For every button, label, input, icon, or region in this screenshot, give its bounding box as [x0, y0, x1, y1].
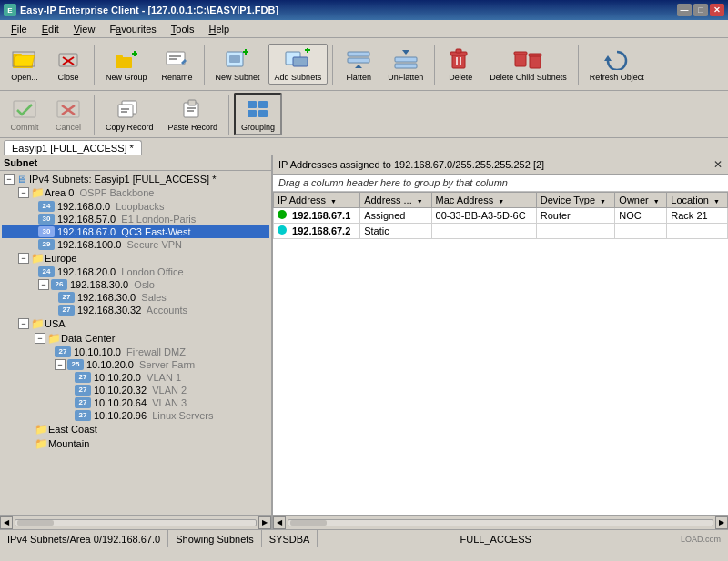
tree-s25-20[interactable]: − 25 10.10.20.0 Server Farm — [2, 358, 269, 371]
tree-s30-57[interactable]: 30 192.168.57.0 E1 London-Paris — [2, 213, 269, 225]
commit-button[interactable]: Commit — [4, 94, 46, 135]
delete-child-subnets-button[interactable]: Delete Child Subnets — [483, 44, 573, 85]
s27-30-32-label: 192.168.30.32 Accounts — [77, 305, 187, 316]
table-row[interactable]: 192.168.67.2 Static — [274, 224, 728, 239]
cell-location-2 — [667, 224, 728, 239]
tree-s27-20-32[interactable]: 27 10.10.20.32 VLAN 2 — [2, 384, 269, 396]
refresh-object-button[interactable]: Refresh Object — [583, 44, 651, 85]
badge-24-168: 24 — [38, 201, 55, 212]
menu-help[interactable]: Help — [201, 22, 237, 36]
content-scroll-track[interactable] — [288, 519, 713, 526]
tree-s27-30-32[interactable]: 27 192.168.30.32 Accounts — [2, 304, 269, 316]
maximize-button[interactable]: □ — [693, 4, 708, 16]
svg-rect-22 — [348, 58, 369, 63]
cell-ip-2: 192.168.67.2 — [274, 224, 360, 239]
paste-record-icon — [178, 96, 207, 122]
tree-mountain[interactable]: 📁 Mountain — [2, 436, 269, 451]
tree-s27-20-64[interactable]: 27 10.10.20.64 VLAN 3 — [2, 396, 269, 409]
ip-table-container: IP Address ▼ Address ... ▼ Mac Address ▼… — [273, 192, 728, 515]
add-subnets-icon — [283, 46, 312, 72]
tree-s27-10-10[interactable]: 27 10.10.10.0 Firewall DMZ — [2, 346, 269, 358]
delete-button[interactable]: Delete — [440, 44, 481, 85]
new-group-icon — [112, 46, 141, 72]
grouping-button[interactable]: Grouping — [234, 93, 282, 135]
refresh-icon — [602, 46, 632, 72]
paste-record-label: Paste Record — [168, 123, 218, 132]
scroll-left-btn[interactable]: ◀ — [0, 516, 13, 529]
sep1 — [94, 45, 95, 85]
menu-edit[interactable]: Edit — [35, 22, 66, 36]
content-hscroll[interactable]: ◀ ▶ — [273, 515, 728, 529]
tree-s27-20-96[interactable]: 27 10.10.20.96 Linux Servers — [2, 409, 269, 422]
cell-mac-2 — [431, 224, 536, 239]
flatten-button[interactable]: Flatten — [338, 44, 379, 85]
col-mac-address[interactable]: Mac Address ▼ — [431, 193, 536, 208]
s27-10-10-label: 10.10.10.0 Firewall DMZ — [74, 346, 186, 357]
new-subnet-button[interactable]: New Subnet — [209, 44, 267, 85]
tree-area0[interactable]: − 📁 Area 0 OSPF Backbone — [2, 185, 269, 200]
tree-s29-100[interactable]: 29 192.168.100.0 Secure VPN — [2, 238, 269, 251]
copy-record-button[interactable]: Copy Record — [99, 94, 160, 135]
tree-s30-67[interactable]: 30 192.168.67.0 QC3 East-West — [2, 225, 269, 238]
s25-20-toggle[interactable]: − — [55, 359, 66, 370]
root-toggle[interactable]: − — [4, 174, 15, 185]
sidebar-hscroll[interactable]: ◀ ▶ — [0, 515, 271, 529]
cell-addr-1: Assigned — [360, 208, 431, 224]
new-group-button[interactable]: New Group — [99, 44, 154, 85]
menu-view[interactable]: View — [66, 22, 103, 36]
content-close-btn[interactable]: ✕ — [713, 158, 723, 171]
new-subnet-icon — [223, 46, 252, 72]
tree-root[interactable]: − 🖥 IPv4 Subnets: Easyip1 [FULL_ACCESS] … — [2, 173, 269, 185]
s27-20-0-label: 10.10.20.0 VLAN 1 — [94, 372, 181, 383]
ip-value-2: 192.168.67.2 — [292, 225, 350, 236]
tree-usa[interactable]: − 📁 USA — [2, 316, 269, 331]
s26-30-toggle[interactable]: − — [38, 279, 49, 290]
watermark-text: LOAD.com — [681, 535, 721, 544]
usa-toggle[interactable]: − — [18, 318, 29, 329]
status-dot-cyan — [278, 225, 287, 235]
paste-record-button[interactable]: Paste Record — [162, 94, 225, 135]
content-scroll-left[interactable]: ◀ — [273, 516, 286, 529]
col-location[interactable]: Location ▼ — [667, 193, 728, 208]
tree-datacenter[interactable]: − 📁 Data Center — [2, 331, 269, 346]
close-button[interactable]: Close — [47, 44, 89, 85]
menu-file[interactable]: File — [4, 22, 35, 36]
tree-s27-30-0[interactable]: 27 192.168.30.0 Sales — [2, 291, 269, 304]
scroll-track[interactable] — [15, 519, 257, 526]
status-path: IPv4 Subnets/Area 0/192.168.67.0 — [0, 530, 168, 547]
svg-rect-14 — [229, 55, 240, 63]
col-device-type[interactable]: Device Type ▼ — [536, 193, 615, 208]
content-scroll-right[interactable]: ▶ — [715, 516, 728, 529]
table-row[interactable]: 192.168.67.1 Assigned 00-33-BB-A3-5D-6C … — [274, 208, 728, 224]
unflatten-button[interactable]: UnFlatten — [381, 44, 430, 85]
open-button[interactable]: Open... — [4, 44, 46, 85]
tree-s27-20-0[interactable]: 27 10.10.20.0 VLAN 1 — [2, 371, 269, 384]
add-subnets-button[interactable]: Add Subnets — [268, 44, 329, 85]
scroll-right-btn[interactable]: ▶ — [258, 516, 271, 529]
menu-favourites[interactable]: Favourites — [102, 22, 163, 36]
badge-26-30: 26 — [51, 279, 67, 290]
badge-29-100: 29 — [38, 239, 55, 250]
tree-eastcoast[interactable]: 📁 East Coast — [2, 422, 269, 436]
rename-button[interactable]: Rename — [156, 44, 199, 85]
copy-record-label: Copy Record — [106, 123, 154, 132]
badge-27-10-10: 27 — [55, 346, 71, 357]
col-ip-address[interactable]: IP Address ▼ — [274, 193, 360, 208]
col-owner[interactable]: Owner ▼ — [615, 193, 667, 208]
datacenter-toggle[interactable]: − — [35, 333, 46, 344]
minimize-button[interactable]: — — [677, 4, 692, 16]
badge-25-20: 25 — [67, 359, 84, 370]
tree-s26-30[interactable]: − 26 192.168.30.0 Oslo — [2, 278, 269, 291]
main-tab[interactable]: Easyip1 [FULL_ACCESS] * — [4, 140, 142, 155]
close-window-button[interactable]: ✕ — [710, 4, 724, 16]
s27-20-64-label: 10.10.20.64 VLAN 3 — [94, 397, 187, 408]
tree-europe[interactable]: − 📁 Europe — [2, 251, 269, 265]
area0-toggle[interactable]: − — [18, 187, 29, 198]
col-address-type[interactable]: Address ... ▼ — [360, 193, 431, 208]
s30-57-label: 192.168.57.0 E1 London-Paris — [57, 214, 196, 225]
tree-s24-168[interactable]: 24 192.168.0.0 Loopbacks — [2, 200, 269, 213]
menu-tools[interactable]: Tools — [164, 22, 202, 36]
tree-s24-20[interactable]: 24 192.168.20.0 London Office — [2, 265, 269, 278]
cancel-button[interactable]: Cancel — [47, 94, 89, 135]
europe-toggle[interactable]: − — [18, 253, 29, 264]
